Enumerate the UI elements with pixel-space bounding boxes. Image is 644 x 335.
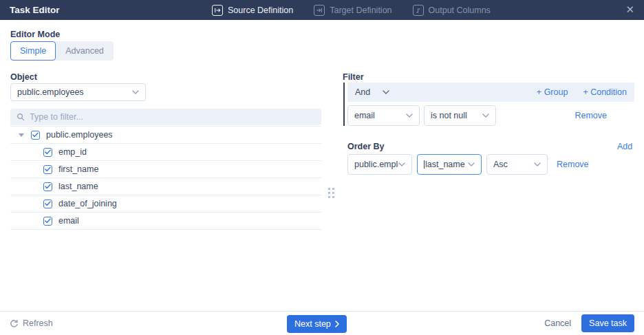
logic-operator-select[interactable]: And	[355, 87, 389, 97]
order-direction-value: Asc	[493, 160, 508, 169]
object-label: Object	[10, 72, 37, 82]
tree-row-root[interactable]: public.employees	[10, 127, 321, 144]
output-columns-icon	[413, 5, 424, 16]
chevron-down-icon	[383, 90, 389, 94]
save-task-button[interactable]: Save task	[581, 314, 634, 332]
editor-mode-toggle: Simple Advanced	[10, 41, 114, 61]
editor-mode-label: Editor Mode	[10, 30, 60, 39]
tab-target-definition[interactable]: Target Definition	[314, 5, 391, 16]
header: Task Editor Source Definition Target Def…	[0, 0, 644, 20]
add-group-button[interactable]: + Group	[537, 87, 568, 97]
tree-node-label: first_name	[58, 164, 98, 174]
refresh-label: Refresh	[23, 318, 53, 328]
logic-operator-value: And	[355, 87, 370, 97]
footer: Refresh Next step Cancel Save task	[0, 311, 644, 335]
tab-label: Source Definition	[228, 6, 293, 15]
chevron-down-icon	[468, 162, 475, 166]
checkbox-checked[interactable]	[43, 182, 52, 191]
tree-node-label: email	[58, 216, 79, 226]
tree-filter-box	[10, 109, 321, 125]
tree-filter-input[interactable]	[30, 112, 315, 122]
refresh-button[interactable]: Refresh	[10, 318, 53, 328]
tree-node-label: public.employees	[46, 130, 113, 140]
close-icon[interactable]: ✕	[625, 5, 634, 15]
footer-right-actions: Cancel Save task	[544, 314, 634, 332]
remove-order-by-button[interactable]: Remove	[557, 160, 589, 169]
tree-row-field[interactable]: date_of_joining	[10, 195, 321, 213]
cancel-button[interactable]: Cancel	[544, 318, 571, 328]
order-by-row: public.employe... last_name Asc Remove	[347, 154, 589, 175]
filter-group-header: And + Group + Condition	[347, 83, 634, 102]
tree-node-label: date_of_joining	[58, 199, 117, 208]
checkbox-checked[interactable]	[43, 199, 52, 208]
tab-output-columns[interactable]: Output Columns	[413, 5, 491, 16]
tree-row-field[interactable]: last_name	[10, 178, 321, 195]
tree-row-field[interactable]: email	[10, 213, 321, 230]
next-step-button[interactable]: Next step	[287, 315, 347, 333]
object-select[interactable]: public.employees	[10, 83, 146, 101]
checkbox-checked[interactable]	[43, 217, 52, 226]
target-definition-icon	[314, 5, 325, 16]
dialog-title: Task Editor	[10, 5, 60, 15]
checkbox-checked[interactable]	[43, 165, 52, 174]
remove-condition-button[interactable]: Remove	[575, 111, 607, 120]
expander-icon[interactable]	[19, 133, 24, 137]
tab-label: Target Definition	[330, 6, 391, 15]
text-cursor	[424, 160, 425, 169]
panel-splitter-handle[interactable]	[328, 188, 334, 198]
source-definition-icon	[212, 5, 223, 16]
order-direction-select[interactable]: Asc	[486, 154, 548, 175]
chevron-down-icon	[398, 162, 405, 166]
order-by-label: Order By	[347, 142, 385, 151]
add-condition-button[interactable]: + Condition	[583, 87, 627, 97]
order-field-select[interactable]: last_name	[417, 154, 482, 175]
filter-group-links: + Group + Condition	[537, 87, 627, 97]
plus-icon: +	[583, 87, 588, 97]
chevron-down-icon	[406, 114, 413, 118]
tree-node-label: emp_id	[58, 147, 87, 157]
condition-operator-select[interactable]: is not null	[424, 105, 496, 126]
tree-node-label: last_name	[58, 182, 98, 191]
plus-icon: +	[537, 87, 541, 97]
search-icon	[17, 113, 25, 121]
order-object-select[interactable]: public.employe...	[347, 154, 412, 175]
filter-condition-row: email is not null Remove	[347, 105, 634, 126]
mode-simple-button[interactable]: Simple	[10, 41, 56, 61]
tree-row-field[interactable]: first_name	[10, 161, 321, 178]
condition-operator-value: is not null	[431, 111, 467, 120]
condition-field-value: email	[354, 111, 375, 120]
condition-field-select[interactable]: email	[347, 105, 420, 126]
tab-label: Output Columns	[429, 6, 491, 15]
order-object-value: public.employe...	[354, 160, 398, 169]
chevron-down-icon	[534, 162, 541, 166]
object-tree: public.employees emp_id first_name last_…	[10, 126, 321, 230]
chevron-down-icon	[482, 114, 489, 118]
mode-advanced-button[interactable]: Advanced	[56, 41, 114, 61]
tab-source-definition[interactable]: Source Definition	[212, 5, 293, 16]
refresh-icon	[10, 319, 19, 328]
filter-label: Filter	[343, 72, 364, 82]
add-order-by-button[interactable]: Add	[617, 142, 632, 151]
task-editor-dialog: Task Editor Source Definition Target Def…	[0, 0, 644, 335]
header-tabs: Source Definition Target Definition Outp…	[212, 0, 491, 20]
order-field-value: last_name	[425, 160, 465, 169]
checkbox-checked[interactable]	[43, 148, 52, 157]
filter-group: And + Group + Condition email is not nul…	[343, 83, 634, 126]
object-select-value: public.employees	[17, 87, 84, 97]
chevron-down-icon	[132, 90, 139, 94]
checkbox-checked[interactable]	[31, 131, 40, 140]
tree-row-field[interactable]: emp_id	[10, 144, 321, 161]
chevron-right-icon	[335, 321, 339, 327]
